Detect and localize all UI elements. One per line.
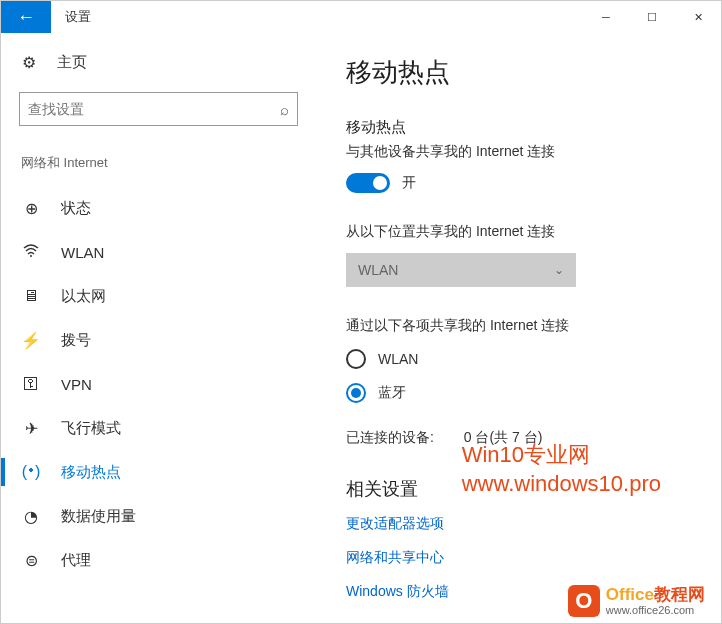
dialup-icon: ⚡ bbox=[21, 331, 41, 350]
nav-label: 代理 bbox=[61, 551, 91, 570]
close-button[interactable]: ✕ bbox=[675, 1, 721, 33]
window-controls: ─ ☐ ✕ bbox=[583, 1, 721, 33]
connected-count: 0 台(共 7 台) bbox=[464, 429, 543, 445]
nav-item-dialup[interactable]: ⚡ 拨号 bbox=[19, 318, 298, 362]
chevron-down-icon: ⌄ bbox=[554, 263, 564, 277]
radio-label: 蓝牙 bbox=[378, 384, 406, 402]
home-label: 主页 bbox=[57, 53, 87, 72]
airplane-icon: ✈ bbox=[21, 419, 41, 438]
nav-item-datausage[interactable]: ◔ 数据使用量 bbox=[19, 494, 298, 538]
datausage-icon: ◔ bbox=[21, 507, 41, 526]
close-icon: ✕ bbox=[694, 11, 703, 24]
back-button[interactable]: ← bbox=[1, 1, 51, 33]
titlebar: ← 设置 ─ ☐ ✕ bbox=[1, 1, 721, 33]
toggle-state-label: 开 bbox=[402, 174, 416, 192]
hotspot-desc: 与其他设备共享我的 Internet 连接 bbox=[346, 143, 701, 161]
hotspot-icon: (ꞏ) bbox=[21, 463, 41, 481]
minimize-icon: ─ bbox=[602, 11, 610, 23]
search-input[interactable] bbox=[28, 101, 280, 117]
toggle-knob bbox=[373, 176, 387, 190]
nav-item-wlan[interactable]: WLAN bbox=[19, 230, 298, 274]
related-settings-title: 相关设置 bbox=[346, 477, 701, 501]
sidebar: ⚙ 主页 ⌕ 网络和 Internet ⊕ 状态 WLAN 🖥 以太网 bbox=[1, 33, 316, 623]
nav-label: 拨号 bbox=[61, 331, 91, 350]
radio-icon bbox=[346, 349, 366, 369]
minimize-button[interactable]: ─ bbox=[583, 1, 629, 33]
link-firewall[interactable]: Windows 防火墙 bbox=[346, 583, 701, 601]
nav-item-airplane[interactable]: ✈ 飞行模式 bbox=[19, 406, 298, 450]
radio-bluetooth[interactable]: 蓝牙 bbox=[346, 383, 701, 403]
nav-item-ethernet[interactable]: 🖥 以太网 bbox=[19, 274, 298, 318]
link-adapter-options[interactable]: 更改适配器选项 bbox=[346, 515, 701, 533]
nav-label: 移动热点 bbox=[61, 463, 121, 482]
hotspot-section-label: 移动热点 bbox=[346, 118, 701, 137]
link-network-sharing[interactable]: 网络和共享中心 bbox=[346, 549, 701, 567]
share-via-label: 通过以下各项共享我的 Internet 连接 bbox=[346, 317, 701, 335]
maximize-button[interactable]: ☐ bbox=[629, 1, 675, 33]
svg-point-0 bbox=[30, 255, 32, 257]
connected-devices: 已连接的设备: 0 台(共 7 台) bbox=[346, 429, 701, 447]
ethernet-icon: 🖥 bbox=[21, 287, 41, 305]
hotspot-toggle[interactable] bbox=[346, 173, 390, 193]
nav-label: 状态 bbox=[61, 199, 91, 218]
wifi-icon bbox=[21, 242, 41, 262]
main-panel: 移动热点 移动热点 与其他设备共享我的 Internet 连接 开 从以下位置共… bbox=[316, 33, 721, 623]
nav-label: WLAN bbox=[61, 244, 104, 261]
search-icon: ⌕ bbox=[280, 101, 289, 118]
category-header: 网络和 Internet bbox=[19, 154, 298, 172]
search-box[interactable]: ⌕ bbox=[19, 92, 298, 126]
nav-label: 飞行模式 bbox=[61, 419, 121, 438]
radio-icon bbox=[346, 383, 366, 403]
nav-label: 以太网 bbox=[61, 287, 106, 306]
maximize-icon: ☐ bbox=[647, 11, 657, 24]
nav-item-vpn[interactable]: ⚿ VPN bbox=[19, 362, 298, 406]
nav-label: VPN bbox=[61, 376, 92, 393]
nav-item-status[interactable]: ⊕ 状态 bbox=[19, 186, 298, 230]
radio-wlan[interactable]: WLAN bbox=[346, 349, 701, 369]
page-title: 移动热点 bbox=[346, 55, 701, 90]
nav-list: ⊕ 状态 WLAN 🖥 以太网 ⚡ 拨号 ⚿ VPN ✈ 飞行模式 bbox=[19, 186, 298, 582]
nav-item-hotspot[interactable]: (ꞏ) 移动热点 bbox=[19, 450, 298, 494]
arrow-left-icon: ← bbox=[17, 7, 35, 28]
nav-label: 数据使用量 bbox=[61, 507, 136, 526]
window-title: 设置 bbox=[51, 1, 583, 33]
home-button[interactable]: ⚙ 主页 bbox=[19, 53, 298, 72]
share-from-label: 从以下位置共享我的 Internet 连接 bbox=[346, 223, 701, 241]
share-from-dropdown[interactable]: WLAN ⌄ bbox=[346, 253, 576, 287]
status-icon: ⊕ bbox=[21, 199, 41, 218]
gear-icon: ⚙ bbox=[19, 53, 39, 72]
dropdown-value: WLAN bbox=[358, 262, 398, 278]
radio-label: WLAN bbox=[378, 351, 418, 367]
vpn-icon: ⚿ bbox=[21, 375, 41, 393]
proxy-icon: ⊜ bbox=[21, 551, 41, 570]
connected-label: 已连接的设备: bbox=[346, 429, 434, 445]
hotspot-toggle-row: 开 bbox=[346, 173, 701, 193]
nav-item-proxy[interactable]: ⊜ 代理 bbox=[19, 538, 298, 582]
